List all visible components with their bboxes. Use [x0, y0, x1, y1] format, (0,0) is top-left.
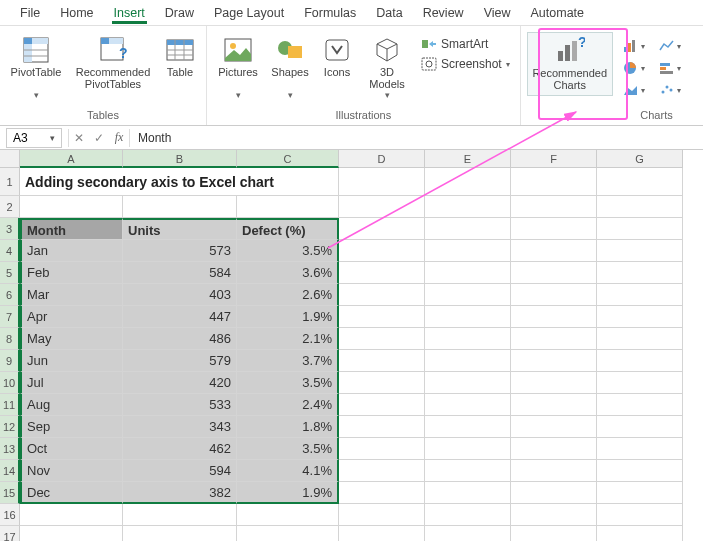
cell[interactable]: 579 [123, 350, 237, 372]
cell[interactable]: 3.5% [237, 240, 339, 262]
column-header[interactable]: E [425, 150, 511, 168]
cell[interactable] [425, 504, 511, 526]
cell[interactable]: 403 [123, 284, 237, 306]
cell[interactable] [425, 482, 511, 504]
cell[interactable] [425, 372, 511, 394]
smartart-button[interactable]: SmartArt [417, 34, 514, 54]
cell[interactable]: Jan [20, 240, 123, 262]
cell[interactable] [425, 306, 511, 328]
column-header[interactable]: C [237, 150, 339, 168]
cell[interactable] [425, 284, 511, 306]
cell[interactable] [339, 526, 425, 541]
cell[interactable] [339, 504, 425, 526]
cell[interactable] [511, 526, 597, 541]
cell[interactable] [511, 372, 597, 394]
row-header[interactable]: 16 [0, 504, 20, 526]
cell[interactable] [597, 240, 683, 262]
cell[interactable] [123, 504, 237, 526]
column-header[interactable]: F [511, 150, 597, 168]
cell[interactable] [123, 526, 237, 541]
cell[interactable] [597, 460, 683, 482]
cell[interactable] [597, 196, 683, 218]
cell[interactable] [339, 196, 425, 218]
cell[interactable] [511, 262, 597, 284]
cell[interactable] [511, 306, 597, 328]
cell[interactable]: Sep [20, 416, 123, 438]
select-all-corner[interactable] [0, 150, 20, 168]
cell[interactable]: 447 [123, 306, 237, 328]
cell[interactable] [339, 394, 425, 416]
cell[interactable]: Feb [20, 262, 123, 284]
cell[interactable] [511, 218, 597, 240]
pie-chart-button[interactable]: ▾ [617, 58, 651, 78]
row-header[interactable]: 5 [0, 262, 20, 284]
cell[interactable] [20, 504, 123, 526]
cell[interactable]: Dec [20, 482, 123, 504]
cell[interactable]: 594 [123, 460, 237, 482]
cell[interactable]: 1.9% [237, 306, 339, 328]
cell[interactable]: 382 [123, 482, 237, 504]
cell[interactable] [339, 168, 425, 196]
cell[interactable] [123, 196, 237, 218]
cell[interactable] [425, 168, 511, 196]
cell[interactable] [339, 350, 425, 372]
formula-input[interactable]: Month [130, 131, 703, 145]
row-header[interactable]: 8 [0, 328, 20, 350]
table-button[interactable]: Table [160, 32, 200, 94]
column-header[interactable]: G [597, 150, 683, 168]
spreadsheet-grid[interactable]: ABCDEFG1Adding secondary axis to Excel c… [0, 150, 703, 541]
column-header[interactable]: B [123, 150, 237, 168]
cell[interactable] [425, 438, 511, 460]
cell[interactable]: Nov [20, 460, 123, 482]
cell[interactable] [597, 394, 683, 416]
cell[interactable] [425, 350, 511, 372]
cell[interactable]: 3.5% [237, 438, 339, 460]
cell[interactable] [511, 504, 597, 526]
shapes-button[interactable]: Shapes ▾ [267, 32, 313, 102]
cell[interactable]: 2.4% [237, 394, 339, 416]
cell[interactable]: 584 [123, 262, 237, 284]
menu-review[interactable]: Review [413, 3, 474, 23]
cell[interactable]: Defect (%) [237, 218, 339, 240]
cell[interactable] [511, 394, 597, 416]
row-header[interactable]: 10 [0, 372, 20, 394]
pictures-button[interactable]: Pictures ▾ [213, 32, 263, 102]
fx-button[interactable]: fx [109, 130, 129, 145]
cell[interactable] [339, 482, 425, 504]
cell[interactable]: 343 [123, 416, 237, 438]
cell[interactable] [597, 526, 683, 541]
cell[interactable] [511, 482, 597, 504]
cell[interactable] [511, 284, 597, 306]
cell[interactable]: Adding secondary axis to Excel chart [20, 168, 339, 196]
cell[interactable]: 420 [123, 372, 237, 394]
row-header[interactable]: 17 [0, 526, 20, 541]
row-header[interactable]: 9 [0, 350, 20, 372]
cell[interactable] [237, 526, 339, 541]
cell[interactable] [237, 504, 339, 526]
cancel-formula-button[interactable]: ✕ [69, 131, 89, 145]
cell[interactable] [339, 416, 425, 438]
hbar-chart-button[interactable]: ▾ [653, 58, 687, 78]
cell[interactable] [425, 328, 511, 350]
cell[interactable]: 2.1% [237, 328, 339, 350]
cell[interactable]: 3.7% [237, 350, 339, 372]
name-box[interactable]: A3 ▾ [6, 128, 62, 148]
cell[interactable]: 486 [123, 328, 237, 350]
row-header[interactable]: 15 [0, 482, 20, 504]
cell[interactable]: 1.8% [237, 416, 339, 438]
cell[interactable] [339, 262, 425, 284]
cell[interactable]: 573 [123, 240, 237, 262]
recommended-pivot-tables-button[interactable]: ? Recommended PivotTables [70, 32, 156, 94]
row-header[interactable]: 4 [0, 240, 20, 262]
menu-page-layout[interactable]: Page Layout [204, 3, 294, 23]
cell[interactable]: 533 [123, 394, 237, 416]
cell[interactable]: Apr [20, 306, 123, 328]
pivot-table-button[interactable]: PivotTable ▾ [6, 32, 66, 102]
row-header[interactable]: 6 [0, 284, 20, 306]
cell[interactable] [425, 196, 511, 218]
line-chart-button[interactable]: ▾ [653, 36, 687, 56]
cell[interactable] [339, 372, 425, 394]
cell[interactable] [597, 306, 683, 328]
cell[interactable] [511, 168, 597, 196]
cell[interactable] [20, 196, 123, 218]
